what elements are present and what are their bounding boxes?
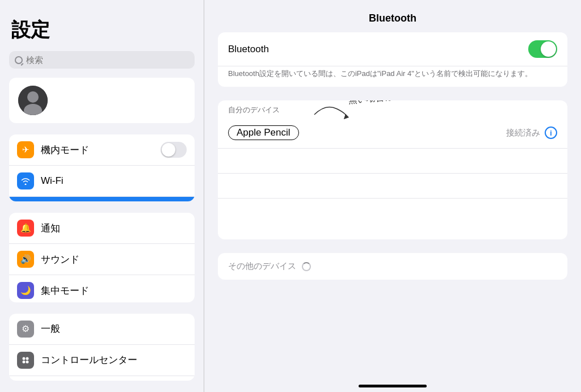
svg-point-6 [26,360,29,363]
bluetooth-toggle-row: Bluetooth [218,32,567,66]
my-devices-section: 自分のデバイス 無い場合はペアリングが切れている Apple Pencil [218,100,567,239]
apple-pencil-row[interactable]: 無い場合はペアリングが切れている Apple Pencil 接続済み i [218,117,567,149]
settings-group-connectivity: ✈ 機内モード Wi-Fi Bluetooth オン [9,134,195,201]
apple-pencil-name: Apple Pencil [228,125,299,140]
main-content: Bluetooth Bluetooth設定を開いている間は、このiPadは"iP… [204,32,581,392]
settings-group-apps: 🔔 通知 🔊 サウンド 🌙 集中モード ⏳ スクリーンタイム [9,213,195,302]
empty-row-3 [218,199,567,224]
sidebar-item-control-center[interactable]: コントロールセンター [9,345,195,376]
sidebar-item-airplane[interactable]: ✈ 機内モード [9,134,195,166]
general-icon: ⚙ [17,321,34,338]
wifi-label: Wi-Fi [41,175,187,187]
sidebar-title: 設定 [0,11,204,51]
notification-label: 通知 [41,222,187,235]
sidebar-item-wifi[interactable]: Wi-Fi [9,166,195,197]
svg-point-5 [23,360,26,363]
sidebar-item-bluetooth[interactable]: Bluetooth オン [9,197,195,201]
svg-point-4 [26,357,29,360]
other-devices-section: その他のデバイス [218,253,567,280]
airplane-label: 機内モード [41,144,154,157]
bluetooth-description: Bluetooth設定を開いている間は、このiPadは"iPad Air 4"と… [218,66,567,87]
wifi-icon [17,172,34,189]
notification-icon: 🔔 [17,220,34,237]
focus-label: 集中モード [41,284,187,297]
page-title: Bluetooth [204,0,581,32]
sidebar-item-display[interactable]: AA 画面表示と明るさ [9,376,195,381]
sidebar-item-general[interactable]: ⚙ 一般 [9,314,195,345]
airplane-icon: ✈ [17,141,34,158]
apple-pencil-status: 接続済み i [506,127,557,139]
sidebar-item-focus[interactable]: 🌙 集中モード [9,275,195,302]
svg-point-3 [23,357,26,360]
main-panel: Bluetooth Bluetooth Bluetooth設定を開いている間は、… [204,0,581,392]
home-indicator [359,385,427,387]
apple-pencil-info-button[interactable]: i [545,127,557,139]
empty-device-rows [218,149,567,239]
avatar [18,86,48,115]
profile-card[interactable] [9,78,195,123]
sidebar: 設定 ✈ 機内モード [0,0,204,392]
search-icon [15,56,23,64]
focus-icon: 🌙 [17,282,34,299]
bluetooth-card: Bluetooth Bluetooth設定を開いている間は、このiPadは"iP… [218,32,567,87]
scanning-spinner [302,262,311,271]
svg-point-1 [27,91,39,103]
empty-row-1 [218,149,567,174]
airplane-toggle[interactable] [161,142,187,158]
sound-icon: 🔊 [17,251,34,268]
search-bar[interactable] [9,51,195,69]
bluetooth-toggle[interactable] [528,40,557,58]
other-devices-title: その他のデバイス [228,261,296,272]
settings-group-system: ⚙ 一般 コントロールセンター AA 画面表示と明るさ [9,314,195,381]
search-input[interactable] [26,55,189,65]
connected-label: 接続済み [506,128,540,138]
control-center-label: コントロールセンター [41,353,187,366]
general-label: 一般 [41,322,187,335]
empty-row-2 [218,174,567,199]
my-devices-title: 自分のデバイス [218,100,567,117]
sidebar-item-sound[interactable]: 🔊 サウンド [9,244,195,275]
sidebar-item-notification[interactable]: 🔔 通知 [9,213,195,244]
bluetooth-toggle-label: Bluetooth [228,44,528,55]
control-center-icon [17,352,34,369]
sound-label: サウンド [41,253,187,266]
